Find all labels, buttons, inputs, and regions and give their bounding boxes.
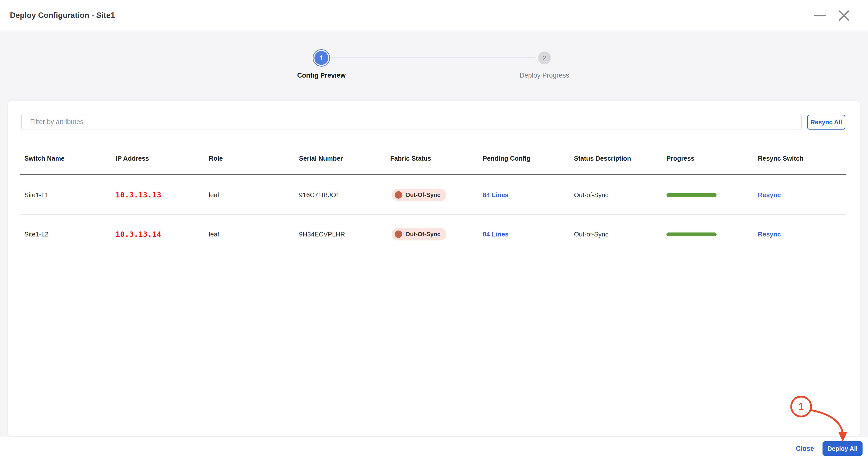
- step-1-number: 1: [319, 54, 323, 62]
- col-fabric-status: Fabric Status: [390, 155, 483, 162]
- status-description-cell: Out-of-Sync: [574, 191, 666, 199]
- col-pending-config: Pending Config: [483, 155, 574, 162]
- step-2-number: 2: [542, 55, 546, 62]
- role-cell: leaf: [209, 231, 299, 238]
- pending-config-cell: 84 Lines: [483, 191, 574, 199]
- step-2-circle: 2: [538, 52, 551, 64]
- dialog-title: Deploy Configuration - Site1: [10, 11, 115, 20]
- close-icon[interactable]: [838, 10, 849, 21]
- col-serial-number: Serial Number: [299, 155, 390, 162]
- col-status-description: Status Description: [574, 155, 666, 162]
- resync-cell: Resync: [758, 191, 846, 199]
- table-row: Site1-L1 10.3.13.13 leaf 916C71IBJO1 Out…: [20, 176, 846, 215]
- resync-link[interactable]: Resync: [758, 231, 781, 238]
- step-1-circle: 1: [314, 51, 328, 65]
- fabric-status-cell: Out-Of-Sync: [390, 228, 483, 240]
- serial-number-cell: 9H34ECVPLHR: [299, 231, 390, 238]
- status-description-cell: Out-of-Sync: [574, 231, 666, 238]
- config-preview-panel: Resync All Switch Name IP Address Role S…: [8, 101, 860, 436]
- switch-name-cell: Site1-L1: [20, 191, 116, 199]
- pending-config-cell: 84 Lines: [483, 231, 574, 238]
- role-cell: leaf: [209, 191, 299, 199]
- progress-bar: [666, 233, 717, 236]
- close-button[interactable]: Close: [796, 445, 814, 453]
- pending-config-link[interactable]: 84 Lines: [483, 191, 508, 199]
- filter-input[interactable]: [21, 114, 802, 130]
- deploy-all-button[interactable]: Deploy All: [823, 441, 863, 456]
- table-row: Site1-L2 10.3.13.14 leaf 9H34ECVPLHR Out…: [20, 215, 846, 254]
- ip-address-cell: 10.3.13.14: [116, 230, 209, 239]
- col-switch-name: Switch Name: [20, 155, 116, 162]
- step-1-label: Config Preview: [272, 71, 371, 79]
- progress-bar: [666, 193, 717, 197]
- step-2-label: Deploy Progress: [495, 71, 594, 79]
- col-ip-address: IP Address: [116, 155, 209, 162]
- progress-cell: [666, 193, 758, 197]
- status-dot-icon: [395, 191, 402, 199]
- status-badge: Out-Of-Sync: [392, 228, 446, 240]
- titlebar: Deploy Configuration - Site1: [0, 0, 868, 31]
- resync-cell: Resync: [758, 231, 846, 238]
- deploy-configuration-dialog: Deploy Configuration - Site1 1 2 Config …: [0, 0, 868, 460]
- status-dot-icon: [395, 231, 402, 238]
- ip-address-cell: 10.3.13.13: [116, 191, 209, 199]
- switch-name-cell: Site1-L2: [20, 231, 116, 238]
- resync-link[interactable]: Resync: [758, 191, 781, 199]
- stepper-connector: [331, 57, 535, 58]
- pending-config-link[interactable]: 84 Lines: [483, 231, 508, 238]
- resync-all-button[interactable]: Resync All: [807, 115, 845, 129]
- col-role: Role: [209, 155, 299, 162]
- progress-cell: [666, 233, 758, 236]
- serial-number-cell: 916C71IBJO1: [299, 191, 390, 199]
- dialog-footer: Close Deploy All: [0, 437, 868, 460]
- window-controls: [814, 0, 849, 31]
- status-badge: Out-Of-Sync: [392, 189, 446, 201]
- col-progress: Progress: [666, 155, 758, 162]
- table-header-row: Switch Name IP Address Role Serial Numbe…: [20, 143, 846, 175]
- minimize-icon[interactable]: [814, 10, 826, 21]
- fabric-status-cell: Out-Of-Sync: [390, 189, 483, 201]
- col-resync-switch: Resync Switch: [758, 155, 846, 162]
